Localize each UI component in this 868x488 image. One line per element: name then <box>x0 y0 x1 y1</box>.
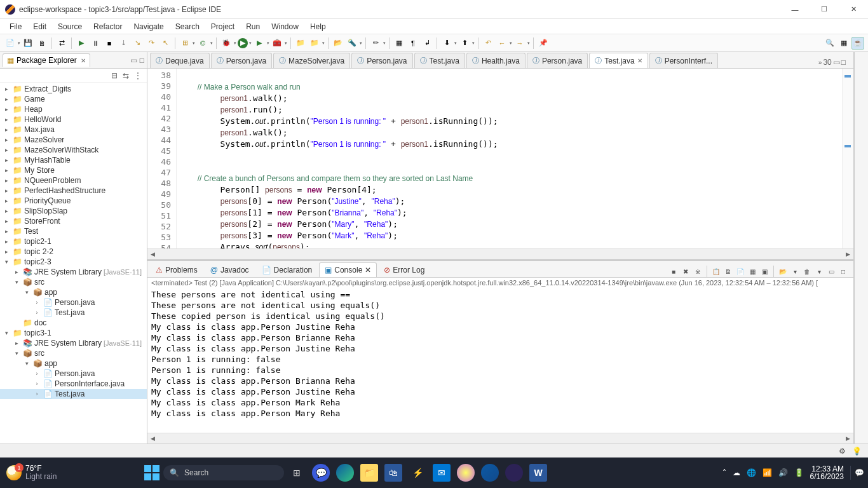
disconnect-button[interactable]: ⤓ <box>117 37 130 50</box>
tree-item-topic-2-2[interactable]: ▸📁topic 2-2 <box>0 247 147 257</box>
save-button[interactable]: 💾 <box>22 37 34 50</box>
view-tab-error-log[interactable]: ⊘Error Log <box>378 262 430 277</box>
open-perspective-button[interactable]: ▦ <box>837 37 850 50</box>
volume-icon[interactable]: 🔊 <box>778 468 788 477</box>
language-icon[interactable]: 🌐 <box>747 468 756 477</box>
expand-arrow-icon[interactable]: ▸ <box>3 86 10 92</box>
debug-step-button[interactable]: ▶ <box>75 37 88 50</box>
close-icon[interactable]: ✕ <box>365 266 371 274</box>
editor-tab-person-java[interactable]: ⒿPerson.java <box>527 53 588 68</box>
menu-file[interactable]: File <box>4 20 27 33</box>
console-toolbar-icon[interactable]: ■ <box>668 266 679 276</box>
last-edit-button[interactable]: ↶ <box>482 37 494 50</box>
view-menu-icon[interactable]: ⋮ <box>134 71 142 80</box>
tree-item-extract_digits[interactable]: ▸📁Extract_Digits <box>0 84 147 94</box>
editor-tab-health-java[interactable]: ⒿHealth.java <box>466 53 526 68</box>
tree-item-src[interactable]: ▾📦src <box>0 277 147 287</box>
app-icon-lightning[interactable]: ⚡ <box>409 464 426 482</box>
switch-editor-button[interactable]: ⇄ <box>55 37 68 50</box>
new-java-project-button[interactable]: 📁 <box>294 37 307 50</box>
step-over-button[interactable]: ↷ <box>145 37 158 50</box>
new-class-button[interactable]: © <box>196 37 209 50</box>
menu-source[interactable]: Source <box>52 20 88 33</box>
collapse-all-icon[interactable]: ⊟ <box>111 71 118 80</box>
menu-search[interactable]: Search <box>170 20 205 33</box>
console-toolbar-icon[interactable]: 🗑 <box>802 266 812 276</box>
view-tab-problems[interactable]: ⚠Problems <box>150 262 203 277</box>
expand-arrow-icon[interactable]: › <box>33 299 41 306</box>
taskbar-search[interactable]: 🔍 Search <box>163 465 284 480</box>
new-package-button[interactable]: ⊞ <box>179 37 191 50</box>
link-editor-icon[interactable]: ⇆ <box>123 71 129 80</box>
taskbar-clock[interactable]: 12:33 AM 6/16/2023 <box>810 465 844 480</box>
menu-edit[interactable]: Edit <box>27 20 52 33</box>
tree-item-topic2-1[interactable]: ▸📁topic2-1 <box>0 236 147 247</box>
expand-arrow-icon[interactable]: ▸ <box>3 116 10 123</box>
expand-arrow-icon[interactable]: ▸ <box>3 167 10 173</box>
tree-item-person-java[interactable]: ›📄Person.java <box>0 369 147 379</box>
tree-item-topic3-1[interactable]: ▾📁topic3-1 <box>0 328 147 338</box>
editor-tab-personinterf-[interactable]: ⒿPersonInterf... <box>649 53 718 68</box>
maximize-button[interactable]: ☐ <box>810 0 839 19</box>
coverage-button[interactable]: ▶ <box>253 37 266 50</box>
quick-access-button[interactable]: 🔍 <box>824 37 836 50</box>
start-button[interactable] <box>144 465 159 480</box>
battery-icon[interactable]: 🔋 <box>794 468 804 477</box>
forward-button[interactable]: → <box>513 37 526 50</box>
expand-arrow-icon[interactable]: › <box>33 381 41 387</box>
expand-arrow-icon[interactable]: ▸ <box>3 147 10 153</box>
expand-arrow-icon[interactable]: ▾ <box>3 330 10 336</box>
taskbar-weather[interactable]: 1 76°F Light rain <box>6 464 57 481</box>
tree-item-max-java[interactable]: ▸📁Max.java <box>0 125 147 135</box>
minimize-view-icon[interactable]: ▭ <box>130 56 137 65</box>
onedrive-icon[interactable]: ☁ <box>733 468 740 477</box>
stop-button[interactable]: ■ <box>103 37 116 50</box>
tree-item-slipslopslap[interactable]: ▸📁SlipSlopSlap <box>0 206 147 216</box>
tree-item-myhashtable[interactable]: ▸📁MyHashTable <box>0 155 147 165</box>
chat-icon[interactable]: 💬 <box>312 464 330 482</box>
edge-icon[interactable] <box>336 464 354 482</box>
back-button[interactable]: ← <box>496 37 508 50</box>
tree-item-priorityqueue[interactable]: ▸📁PriorityQueue <box>0 196 147 206</box>
expand-arrow-icon[interactable]: ▾ <box>3 259 10 265</box>
menu-navigate[interactable]: Navigate <box>128 20 169 33</box>
view-tab-console[interactable]: ▣Console✕ <box>319 262 377 277</box>
external-tools-button[interactable]: 🧰 <box>271 37 283 50</box>
console-toolbar-icon[interactable]: 🗎 <box>723 266 733 276</box>
step-into-button[interactable]: ↘ <box>131 37 144 50</box>
console-horizontal-scrollbar[interactable]: ◀▶ <box>147 433 853 444</box>
view-tab-javadoc[interactable]: @Javadoc <box>205 262 255 277</box>
console-toolbar-icon[interactable]: □ <box>838 266 848 276</box>
close-tab-icon[interactable]: ✕ <box>637 57 642 64</box>
expand-arrow-icon[interactable]: ▾ <box>13 279 20 285</box>
save-all-button[interactable]: 🗎 <box>36 37 48 50</box>
package-explorer-tab[interactable]: ▦ Package Explorer ✕ <box>3 53 90 67</box>
expand-arrow-icon[interactable]: ▸ <box>3 96 10 102</box>
mail-icon[interactable]: ✉ <box>433 464 451 482</box>
tree-item-app[interactable]: ▾📦app <box>0 287 147 297</box>
console-toolbar-icon[interactable]: 📂 <box>778 266 788 276</box>
expand-arrow-icon[interactable]: ▸ <box>3 157 10 163</box>
view-tab-declaration[interactable]: 📄Declaration <box>256 262 318 277</box>
console-toolbar-icon[interactable]: ※ <box>693 266 703 276</box>
close-icon[interactable]: ✕ <box>81 57 86 64</box>
editor-horizontal-scrollbar[interactable]: ◀▶ <box>147 248 853 259</box>
task-view-icon[interactable]: ⊞ <box>288 464 306 482</box>
next-annotation-button[interactable]: ⬇ <box>440 37 453 50</box>
tree-item-game[interactable]: ▸📁Game <box>0 94 147 104</box>
expand-arrow-icon[interactable]: ▸ <box>13 269 20 275</box>
tree-item-src[interactable]: ▾📦src <box>0 348 147 358</box>
pin-editor-button[interactable]: 📌 <box>537 37 550 50</box>
edge-dev-icon[interactable] <box>481 464 499 482</box>
tree-item-personinterface-java[interactable]: ›📄PersonInterface.java <box>0 379 147 389</box>
java-perspective-button[interactable]: ☕ <box>851 37 864 50</box>
tree-item-my-store[interactable]: ▸📁My Store <box>0 165 147 175</box>
notifications-icon[interactable]: 💬 <box>850 466 862 480</box>
step-return-button[interactable]: ↖ <box>159 37 172 50</box>
code-editor[interactable]: 38 39 40 41 42 43 44 45 46 47 48 49 50 5… <box>147 69 853 248</box>
expand-arrow-icon[interactable]: ▸ <box>3 218 10 224</box>
tree-item-person-java[interactable]: ›📄Person.java <box>0 297 147 308</box>
menu-help[interactable]: Help <box>304 20 332 33</box>
expand-arrow-icon[interactable]: ▸ <box>3 248 10 255</box>
tree-item-mazesolver[interactable]: ▸📁MazeSolver <box>0 135 147 145</box>
